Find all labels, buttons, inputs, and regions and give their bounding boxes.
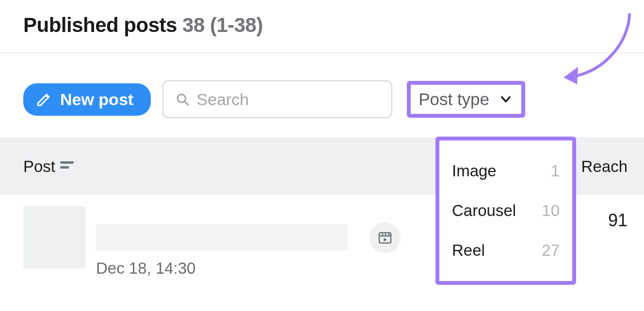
chevron-down-icon xyxy=(499,93,513,106)
search-input-wrapper[interactable] xyxy=(162,80,392,118)
clapperboard-icon xyxy=(377,230,393,246)
dropdown-item-image[interactable]: Image 1 xyxy=(444,151,567,191)
toolbar: New post Post type xyxy=(0,53,644,138)
dropdown-item-count: 27 xyxy=(542,241,560,260)
page-title-text: Published posts xyxy=(23,14,177,36)
column-header-post-label: Post xyxy=(23,157,55,176)
new-post-label: New post xyxy=(60,90,133,109)
post-type-dropdown-panel: Image 1 Carousel 10 Reel 27 xyxy=(435,137,576,285)
post-type-filter-highlight: Post type xyxy=(407,81,525,118)
svg-line-2 xyxy=(185,101,188,105)
dropdown-item-label: Reel xyxy=(452,241,485,260)
column-header-reach[interactable]: Reach xyxy=(581,157,628,176)
post-thumbnail xyxy=(23,206,85,268)
svg-rect-3 xyxy=(60,161,74,164)
column-header-reach-label: Reach xyxy=(581,157,628,175)
dropdown-item-carousel[interactable]: Carousel 10 xyxy=(444,191,567,231)
dropdown-item-label: Image xyxy=(452,162,497,180)
page-title: Published posts 38 (1-38) xyxy=(23,14,621,37)
dropdown-item-count: 10 xyxy=(542,202,560,220)
svg-marker-0 xyxy=(564,67,578,84)
post-type-label: Post type xyxy=(419,90,489,109)
sort-icon xyxy=(60,157,75,176)
search-input[interactable] xyxy=(197,90,380,109)
new-post-button[interactable]: New post xyxy=(23,83,151,116)
page-header: Published posts 38 (1-38) xyxy=(0,0,644,53)
annotation-arrow xyxy=(548,5,640,97)
post-timestamp: Dec 18, 14:30 xyxy=(96,259,195,278)
column-header-post[interactable]: Post xyxy=(23,157,75,176)
dropdown-item-reel[interactable]: Reel 27 xyxy=(444,231,567,270)
media-type-badge xyxy=(370,222,401,253)
dropdown-item-count: 1 xyxy=(551,162,560,180)
post-type-dropdown-button[interactable]: Post type xyxy=(412,87,520,112)
page-title-count: 38 (1-38) xyxy=(182,14,263,36)
svg-rect-4 xyxy=(60,166,69,169)
search-icon xyxy=(175,91,190,108)
post-title-placeholder xyxy=(96,224,347,250)
pencil-icon xyxy=(36,91,52,108)
reach-value: 91 xyxy=(608,206,628,231)
dropdown-item-label: Carousel xyxy=(452,202,516,220)
